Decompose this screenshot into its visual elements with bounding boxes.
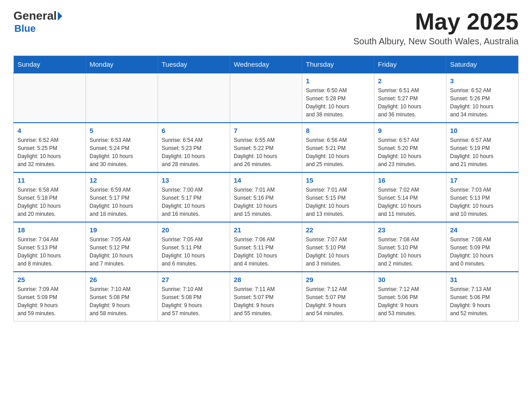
day-number: 14 bbox=[234, 176, 298, 184]
calendar-cell: 21Sunrise: 7:06 AMSunset: 5:11 PMDayligh… bbox=[230, 222, 302, 272]
day-info: Sunrise: 7:03 AMSunset: 5:13 PMDaylight:… bbox=[450, 186, 515, 218]
day-number: 11 bbox=[17, 176, 82, 184]
day-info: Sunrise: 7:01 AMSunset: 5:16 PMDaylight:… bbox=[234, 186, 298, 218]
day-number: 22 bbox=[306, 226, 370, 234]
calendar-cell bbox=[14, 73, 86, 123]
calendar-cell: 15Sunrise: 7:01 AMSunset: 5:15 PMDayligh… bbox=[302, 172, 374, 222]
logo: General Blue bbox=[13, 9, 62, 34]
day-number: 12 bbox=[90, 176, 154, 184]
calendar-header-sunday: Sunday bbox=[14, 56, 86, 73]
calendar-cell: 17Sunrise: 7:03 AMSunset: 5:13 PMDayligh… bbox=[446, 172, 519, 222]
calendar-cell: 29Sunrise: 7:12 AMSunset: 5:07 PMDayligh… bbox=[302, 272, 374, 321]
day-number: 31 bbox=[450, 276, 515, 283]
day-number: 20 bbox=[162, 226, 226, 234]
logo-arrow-icon bbox=[58, 12, 62, 21]
day-info: Sunrise: 7:09 AMSunset: 5:09 PMDaylight:… bbox=[17, 285, 82, 317]
day-info: Sunrise: 7:04 AMSunset: 5:13 PMDaylight:… bbox=[17, 235, 82, 268]
calendar-cell: 10Sunrise: 6:57 AMSunset: 5:19 PMDayligh… bbox=[446, 123, 519, 172]
day-number: 16 bbox=[378, 176, 442, 184]
calendar-header-row: SundayMondayTuesdayWednesdayThursdayFrid… bbox=[14, 56, 519, 73]
day-number: 26 bbox=[90, 276, 154, 283]
calendar-cell bbox=[158, 73, 230, 123]
day-info: Sunrise: 7:05 AMSunset: 5:12 PMDaylight:… bbox=[90, 235, 154, 268]
day-number: 8 bbox=[306, 127, 370, 134]
month-title: May 2025 bbox=[353, 9, 519, 34]
calendar-header-friday: Friday bbox=[374, 56, 446, 73]
day-number: 5 bbox=[90, 127, 154, 134]
calendar-header-thursday: Thursday bbox=[302, 56, 374, 73]
day-number: 7 bbox=[234, 127, 298, 134]
day-number: 19 bbox=[90, 226, 154, 234]
calendar-week-row: 25Sunrise: 7:09 AMSunset: 5:09 PMDayligh… bbox=[14, 272, 519, 321]
day-number: 17 bbox=[450, 176, 515, 184]
title-section: May 2025 South Albury, New South Wales, … bbox=[353, 9, 519, 47]
day-info: Sunrise: 6:59 AMSunset: 5:17 PMDaylight:… bbox=[90, 186, 154, 218]
day-number: 9 bbox=[378, 127, 442, 134]
calendar-week-row: 18Sunrise: 7:04 AMSunset: 5:13 PMDayligh… bbox=[14, 222, 519, 272]
calendar-week-row: 4Sunrise: 6:52 AMSunset: 5:25 PMDaylight… bbox=[14, 123, 519, 172]
calendar-cell: 19Sunrise: 7:05 AMSunset: 5:12 PMDayligh… bbox=[86, 222, 158, 272]
calendar-cell: 14Sunrise: 7:01 AMSunset: 5:16 PMDayligh… bbox=[230, 172, 302, 222]
day-number: 23 bbox=[378, 226, 442, 234]
logo-blue: Blue bbox=[14, 23, 36, 34]
day-info: Sunrise: 7:10 AMSunset: 5:08 PMDaylight:… bbox=[162, 285, 226, 317]
calendar-cell: 7Sunrise: 6:55 AMSunset: 5:22 PMDaylight… bbox=[230, 123, 302, 172]
calendar-header-tuesday: Tuesday bbox=[158, 56, 230, 73]
logo-general: General bbox=[13, 9, 57, 23]
day-info: Sunrise: 6:50 AMSunset: 5:28 PMDaylight:… bbox=[306, 86, 370, 119]
day-info: Sunrise: 7:00 AMSunset: 5:17 PMDaylight:… bbox=[162, 186, 226, 218]
day-info: Sunrise: 7:02 AMSunset: 5:14 PMDaylight:… bbox=[378, 186, 442, 218]
day-info: Sunrise: 7:13 AMSunset: 5:06 PMDaylight:… bbox=[450, 285, 515, 317]
calendar-cell: 1Sunrise: 6:50 AMSunset: 5:28 PMDaylight… bbox=[302, 73, 374, 123]
day-number: 28 bbox=[234, 276, 298, 283]
calendar-header-saturday: Saturday bbox=[446, 56, 519, 73]
day-number: 10 bbox=[450, 127, 515, 134]
calendar-cell: 2Sunrise: 6:51 AMSunset: 5:27 PMDaylight… bbox=[374, 73, 446, 123]
calendar-week-row: 1Sunrise: 6:50 AMSunset: 5:28 PMDaylight… bbox=[14, 73, 519, 123]
day-number: 13 bbox=[162, 176, 226, 184]
calendar-cell: 22Sunrise: 7:07 AMSunset: 5:10 PMDayligh… bbox=[302, 222, 374, 272]
day-info: Sunrise: 7:07 AMSunset: 5:10 PMDaylight:… bbox=[306, 235, 370, 268]
day-info: Sunrise: 6:52 AMSunset: 5:26 PMDaylight:… bbox=[450, 86, 515, 119]
day-info: Sunrise: 7:12 AMSunset: 5:06 PMDaylight:… bbox=[378, 285, 442, 317]
calendar-cell: 8Sunrise: 6:56 AMSunset: 5:21 PMDaylight… bbox=[302, 123, 374, 172]
day-info: Sunrise: 6:57 AMSunset: 5:19 PMDaylight:… bbox=[450, 136, 515, 168]
location-title: South Albury, New South Wales, Australia bbox=[353, 36, 519, 47]
day-info: Sunrise: 7:06 AMSunset: 5:11 PMDaylight:… bbox=[234, 235, 298, 268]
day-number: 24 bbox=[450, 226, 515, 234]
day-number: 1 bbox=[306, 77, 370, 85]
calendar-header-wednesday: Wednesday bbox=[230, 56, 302, 73]
day-info: Sunrise: 6:51 AMSunset: 5:27 PMDaylight:… bbox=[378, 86, 442, 119]
calendar-week-row: 11Sunrise: 6:58 AMSunset: 5:18 PMDayligh… bbox=[14, 172, 519, 222]
day-info: Sunrise: 7:01 AMSunset: 5:15 PMDaylight:… bbox=[306, 186, 370, 218]
calendar-cell bbox=[230, 73, 302, 123]
day-number: 18 bbox=[17, 226, 82, 234]
day-number: 30 bbox=[378, 276, 442, 283]
calendar-cell: 24Sunrise: 7:08 AMSunset: 5:09 PMDayligh… bbox=[446, 222, 519, 272]
day-number: 2 bbox=[378, 77, 442, 85]
day-info: Sunrise: 6:54 AMSunset: 5:23 PMDaylight:… bbox=[162, 136, 226, 168]
day-info: Sunrise: 6:52 AMSunset: 5:25 PMDaylight:… bbox=[17, 136, 82, 168]
day-number: 4 bbox=[17, 127, 82, 134]
day-info: Sunrise: 7:08 AMSunset: 5:09 PMDaylight:… bbox=[450, 235, 515, 268]
calendar-header-monday: Monday bbox=[86, 56, 158, 73]
calendar-cell: 11Sunrise: 6:58 AMSunset: 5:18 PMDayligh… bbox=[14, 172, 86, 222]
calendar-cell: 12Sunrise: 6:59 AMSunset: 5:17 PMDayligh… bbox=[86, 172, 158, 222]
day-info: Sunrise: 6:58 AMSunset: 5:18 PMDaylight:… bbox=[17, 186, 82, 218]
calendar-cell: 27Sunrise: 7:10 AMSunset: 5:08 PMDayligh… bbox=[158, 272, 230, 321]
calendar-cell: 26Sunrise: 7:10 AMSunset: 5:08 PMDayligh… bbox=[86, 272, 158, 321]
calendar-cell: 25Sunrise: 7:09 AMSunset: 5:09 PMDayligh… bbox=[14, 272, 86, 321]
calendar-cell: 20Sunrise: 7:05 AMSunset: 5:11 PMDayligh… bbox=[158, 222, 230, 272]
day-info: Sunrise: 7:12 AMSunset: 5:07 PMDaylight:… bbox=[306, 285, 370, 317]
day-info: Sunrise: 6:53 AMSunset: 5:24 PMDaylight:… bbox=[90, 136, 154, 168]
day-number: 6 bbox=[162, 127, 226, 134]
calendar-cell bbox=[86, 73, 158, 123]
day-info: Sunrise: 6:55 AMSunset: 5:22 PMDaylight:… bbox=[234, 136, 298, 168]
day-number: 21 bbox=[234, 226, 298, 234]
day-info: Sunrise: 7:11 AMSunset: 5:07 PMDaylight:… bbox=[234, 285, 298, 317]
calendar-cell: 6Sunrise: 6:54 AMSunset: 5:23 PMDaylight… bbox=[158, 123, 230, 172]
page-header: General Blue May 2025 South Albury, New … bbox=[13, 9, 519, 47]
day-number: 29 bbox=[306, 276, 370, 283]
calendar-cell: 5Sunrise: 6:53 AMSunset: 5:24 PMDaylight… bbox=[86, 123, 158, 172]
calendar-cell: 16Sunrise: 7:02 AMSunset: 5:14 PMDayligh… bbox=[374, 172, 446, 222]
